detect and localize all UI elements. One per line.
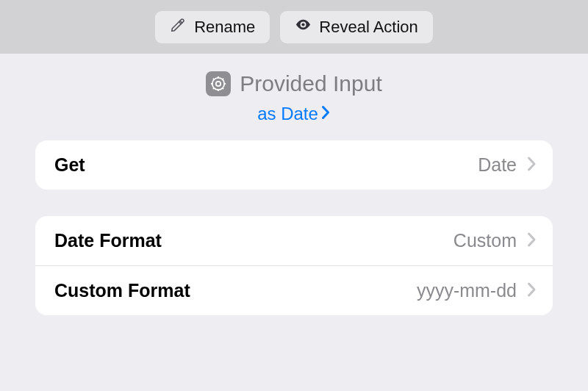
row-label: Custom Format: [54, 280, 190, 301]
group-format: Date Format Custom Custom Format yyyy-mm…: [35, 216, 553, 315]
row-date-format[interactable]: Date Format Custom: [35, 216, 553, 265]
eye-icon: [295, 16, 312, 37]
chevron-right-icon: [527, 156, 537, 175]
rename-button-label: Rename: [194, 18, 255, 37]
svg-line-11: [223, 79, 223, 79]
row-label: Date Format: [54, 230, 162, 251]
svg-point-2: [216, 82, 220, 86]
svg-point-1: [302, 23, 305, 26]
content: Get Date Date Format Custom: [0, 140, 588, 315]
row-value: Custom: [453, 230, 517, 251]
pencil-icon: [170, 16, 187, 37]
as-date-link[interactable]: as Date: [257, 104, 331, 124]
as-date-link-label: as Date: [257, 104, 318, 124]
row-value: Date: [478, 154, 517, 176]
svg-line-8: [213, 79, 214, 79]
row-value: yyyy-mm-dd: [417, 280, 517, 301]
group-get: Get Date: [35, 140, 553, 190]
chevron-right-icon: [527, 232, 537, 251]
header: Provided Input as Date: [0, 54, 588, 140]
chevron-right-icon: [321, 104, 331, 124]
gear-icon: [206, 71, 231, 96]
reveal-action-button-label: Reveal Action: [319, 18, 418, 37]
svg-line-10: [213, 88, 214, 89]
header-top: Provided Input: [206, 71, 381, 96]
row-label: Get: [54, 154, 85, 176]
reveal-action-button[interactable]: Reveal Action: [280, 11, 433, 43]
svg-point-3: [212, 78, 224, 90]
page-title: Provided Input: [240, 71, 381, 96]
svg-line-9: [223, 88, 223, 89]
chevron-right-icon: [527, 281, 537, 301]
row-custom-format[interactable]: Custom Format yyyy-mm-dd: [35, 265, 553, 315]
rename-button[interactable]: Rename: [155, 11, 270, 43]
row-get[interactable]: Get Date: [35, 140, 553, 190]
toolbar: Rename Reveal Action: [0, 0, 588, 54]
